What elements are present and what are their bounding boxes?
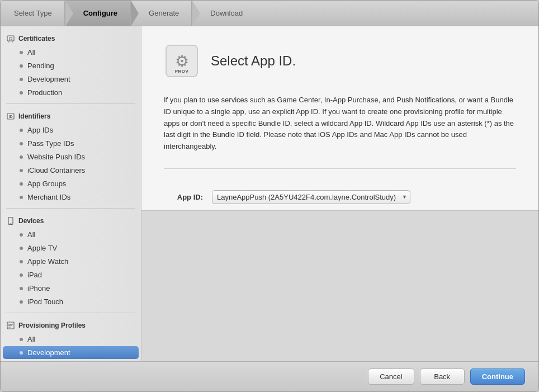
sidebar-section-certificates: Certificates All Pending Development Pro… [1, 31, 141, 99]
sidebar-item-apple-tv[interactable]: Apple TV [3, 242, 139, 254]
item-label: iCloud Containers [27, 166, 85, 174]
item-label: All [27, 230, 35, 239]
dot-icon [20, 169, 23, 172]
step-label: Generate [149, 9, 179, 17]
step-label: Select Type [14, 9, 52, 17]
item-label: Pending [27, 62, 54, 70]
sidebar-item-pass-type-ids[interactable]: Pass Type IDs [3, 137, 139, 150]
dot-icon [20, 142, 23, 145]
dot-icon [20, 129, 23, 132]
step-label: Configure [83, 9, 117, 17]
profile-icon [6, 321, 15, 330]
sidebar-item-ipod-touch[interactable]: iPod Touch [3, 295, 139, 308]
main-content: ⚙ PROV Select App ID. If you plan to use… [141, 26, 538, 210]
gear-icon: ⚙ [175, 52, 189, 70]
content-area: Certificates All Pending Development Pro… [1, 26, 538, 361]
sidebar-section-header-certificates: Certificates [1, 31, 141, 45]
dot-icon [20, 78, 23, 81]
section-label: Certificates [18, 35, 55, 42]
section-label: Provisioning Profiles [18, 322, 86, 329]
device-icon [6, 216, 15, 225]
sidebar-item-certs-development[interactable]: Development [3, 73, 139, 86]
sidebar-section-header-provisioning: Provisioning Profiles [1, 318, 141, 332]
app-id-select[interactable]: LayneAppPush (2A5YU422F4.com.layne.Contr… [212, 190, 410, 204]
sidebar-section-header-devices: Devices [1, 213, 141, 228]
item-label: App Groups [27, 180, 66, 188]
sidebar-item-certs-pending[interactable]: Pending [3, 59, 139, 72]
divider [6, 208, 135, 209]
item-label: Apple TV [27, 244, 57, 252]
sidebar-item-website-push-ids[interactable]: Website Push IDs [3, 150, 139, 163]
wizard-step-generate[interactable]: Generate [131, 1, 192, 26]
back-button[interactable]: Back [420, 369, 465, 385]
sidebar-section-provisioning: Provisioning Profiles All Development Di… [1, 318, 141, 361]
item-label: Development [27, 348, 70, 357]
item-label: iPod Touch [27, 297, 63, 306]
sidebar-item-profiles-development[interactable]: Development [3, 346, 139, 359]
dot-icon [20, 155, 23, 159]
gray-section [141, 210, 538, 361]
wizard-step-select-type[interactable]: Select Type [1, 1, 65, 26]
cancel-button[interactable]: Cancel [368, 369, 414, 385]
wizard-bar: Select Type Configure Generate Download [1, 1, 538, 26]
sidebar-item-profiles-all[interactable]: All [3, 333, 139, 346]
dot-icon [20, 260, 23, 263]
sidebar-item-certs-all[interactable]: All [3, 46, 139, 59]
svg-point-1 [10, 37, 12, 40]
item-label: Website Push IDs [27, 153, 85, 161]
item-label: All [27, 335, 35, 343]
section-label: Devices [18, 217, 44, 225]
wizard-step-configure[interactable]: Configure [65, 1, 131, 26]
page-header: ⚙ PROV Select App ID. [164, 43, 516, 79]
sidebar-item-app-ids[interactable]: App IDs [3, 124, 139, 136]
item-label: iPhone [27, 284, 50, 292]
app-id-select-container[interactable]: LayneAppPush (2A5YU422F4.com.layne.Contr… [212, 190, 410, 204]
dot-icon [20, 196, 23, 199]
sidebar-section-devices: Devices All Apple TV Apple Watch iPad [1, 213, 141, 308]
sidebar-item-certs-production[interactable]: Production [3, 86, 139, 99]
sidebar-section-header-identifiers: ID Identifiers [1, 108, 141, 123]
divider [6, 103, 135, 104]
item-label: Development [27, 75, 70, 83]
item-label: All [27, 48, 35, 56]
dot-icon [20, 273, 23, 277]
continue-button[interactable]: Continue [470, 369, 525, 385]
dot-icon [20, 64, 23, 68]
sidebar: Certificates All Pending Development Pro… [1, 26, 141, 361]
sidebar-item-apple-watch[interactable]: Apple Watch [3, 255, 139, 268]
item-label: Merchant IDs [27, 193, 70, 201]
prov-icon-inner: ⚙ PROV [166, 45, 198, 77]
divider [6, 313, 135, 313]
app-id-label: App ID: [164, 193, 203, 201]
sidebar-section-identifiers: ID Identifiers App IDs Pass Type IDs Web… [1, 108, 141, 204]
dot-icon [20, 351, 23, 355]
dot-icon [20, 233, 23, 237]
sidebar-item-app-groups[interactable]: App Groups [3, 177, 139, 190]
cert-icon [6, 34, 15, 43]
item-label: Pass Type IDs [27, 139, 74, 148]
svg-text:ID: ID [9, 115, 13, 119]
sidebar-item-ipad[interactable]: iPad [3, 268, 139, 281]
id-icon: ID [6, 112, 15, 121]
item-label: Production [27, 88, 62, 97]
dot-icon [20, 91, 23, 95]
sidebar-item-icloud-containers[interactable]: iCloud Containers [3, 164, 139, 177]
page-title: Select App ID. [211, 53, 296, 69]
description-text: If you plan to use services such as Game… [164, 95, 516, 169]
sidebar-item-merchant-ids[interactable]: Merchant IDs [3, 191, 139, 204]
dot-icon [20, 300, 23, 304]
sidebar-item-iphone[interactable]: iPhone [3, 282, 139, 295]
sidebar-item-devices-all[interactable]: All [3, 228, 139, 241]
dot-icon [20, 182, 23, 186]
item-label: App IDs [27, 126, 53, 134]
prov-label: PROV [175, 69, 189, 74]
form-row-app-id: App ID: LayneAppPush (2A5YU422F4.com.lay… [164, 185, 516, 210]
dot-icon [20, 247, 23, 250]
item-label: iPad [27, 271, 42, 279]
footer-bar: Cancel Back Continue [1, 361, 538, 391]
dot-icon [20, 51, 23, 54]
step-label: Download [210, 9, 243, 17]
wizard-step-download[interactable]: Download [192, 1, 256, 26]
main-panel: ⚙ PROV Select App ID. If you plan to use… [141, 26, 538, 361]
dot-icon [20, 338, 23, 341]
